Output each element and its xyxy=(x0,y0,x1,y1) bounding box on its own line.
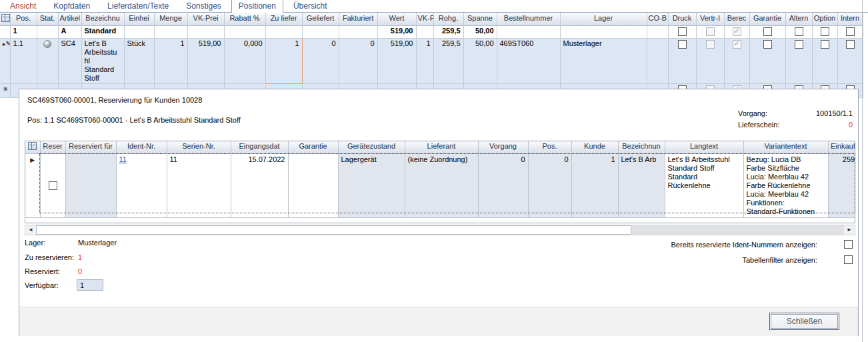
col-fakturiert[interactable]: Fakturiert xyxy=(339,13,377,26)
cell-einheit[interactable]: Stück xyxy=(124,39,154,84)
col-bezeichnung[interactable]: Bezeichnun xyxy=(618,141,665,153)
garantie-checkbox[interactable] xyxy=(763,27,772,36)
intern-checkbox[interactable] xyxy=(846,27,855,36)
intern-checkbox[interactable] xyxy=(846,40,855,49)
col-bezeichnung[interactable]: Bezeichnu xyxy=(81,13,124,26)
cell-lieferant[interactable]: (keine Zuordnung) xyxy=(405,153,478,217)
cell-stat[interactable] xyxy=(37,39,58,84)
col-reserviert-fuer[interactable]: Reserviert für xyxy=(65,141,116,153)
scroll-right-button[interactable]: ► xyxy=(844,225,855,235)
cell-vk-preis[interactable]: 519,00 xyxy=(187,39,224,84)
cell-rabatt[interactable]: 0,000 xyxy=(224,39,265,84)
col-stat[interactable]: Stat. xyxy=(37,13,58,26)
druck-checkbox[interactable] xyxy=(678,27,687,36)
col-vk-preis[interactable]: VK-Prei xyxy=(187,13,224,26)
cell-rohgewinn[interactable]: 259,5 xyxy=(433,26,463,39)
col-rabatt[interactable]: Rabatt % xyxy=(224,13,265,26)
verfuegbar-input[interactable] xyxy=(77,279,103,291)
reser-checkbox[interactable] xyxy=(49,181,57,190)
col-pos[interactable]: Pos. xyxy=(528,141,571,153)
cell-reserviert-fuer[interactable] xyxy=(65,153,116,217)
tab-ansicht[interactable]: Ansicht xyxy=(3,0,43,12)
col-garantie[interactable]: Garantie xyxy=(749,13,785,26)
cell-pos[interactable]: 1 xyxy=(10,26,37,39)
col-option[interactable]: Option xyxy=(812,13,837,26)
col-bestellnummer[interactable]: Bestellnummer xyxy=(497,13,560,26)
col-vertr-i[interactable]: Vertr-I xyxy=(696,13,724,26)
cell-wert[interactable]: 519,00 xyxy=(377,39,416,84)
cell-pos[interactable]: 1.1 xyxy=(10,39,37,84)
altern-checkbox[interactable] xyxy=(795,27,803,36)
cell-garantie[interactable] xyxy=(288,153,338,217)
vertr-i-checkbox[interactable] xyxy=(706,27,715,36)
col-garantie[interactable]: Garantie xyxy=(288,141,338,153)
col-spanne[interactable]: Spanne xyxy=(463,13,497,26)
cell-pos[interactable]: 0 xyxy=(528,153,571,217)
col-kunde[interactable]: Kunde xyxy=(571,141,618,153)
scrollbar-thumb[interactable] xyxy=(36,225,631,235)
cell-menge[interactable]: 1 xyxy=(154,39,187,84)
cell-zu-liefern-active[interactable]: 1 xyxy=(265,39,302,84)
reserved-idents-checkbox[interactable] xyxy=(844,240,853,249)
current-row-selector[interactable]: ▶ xyxy=(25,153,40,217)
close-button[interactable]: Schließen xyxy=(771,314,838,329)
col-einkaufspreis[interactable]: Einkaufspr xyxy=(828,141,855,153)
col-druck[interactable]: Druck xyxy=(668,13,696,26)
col-lieferant[interactable]: Lieferant xyxy=(405,141,478,153)
new-row-selector[interactable]: ✳ xyxy=(0,84,10,98)
scrollbar-track[interactable] xyxy=(631,225,844,235)
col-reser[interactable]: Reser xyxy=(40,141,65,153)
option-checkbox[interactable] xyxy=(821,27,829,36)
berec-checkbox[interactable] xyxy=(733,40,741,49)
cell-wert[interactable]: 519,00 xyxy=(377,26,416,39)
col-altern[interactable]: Altern xyxy=(785,13,812,26)
col-menge[interactable]: Menge xyxy=(154,13,187,26)
cell-bezeichnung[interactable]: Let's B Arb xyxy=(618,153,665,217)
col-intern[interactable]: Intern xyxy=(837,13,863,26)
col-vorgang[interactable]: Vorgang xyxy=(478,141,528,153)
cell-kunde[interactable]: 1 xyxy=(571,153,618,217)
cell-rohgewinn[interactable]: 259,5 xyxy=(433,39,463,84)
col-berec[interactable]: Berec xyxy=(724,13,749,26)
tab-uebersicht[interactable]: Übersicht xyxy=(286,0,335,12)
scroll-left-button[interactable]: ◄ xyxy=(25,225,36,235)
col-pos[interactable]: Pos. xyxy=(10,13,37,26)
cell-bezeichnung[interactable]: Standard xyxy=(81,26,124,39)
tab-sonstiges[interactable]: Sonstiges xyxy=(179,0,229,12)
col-ident-nr[interactable]: Ident-Nr. xyxy=(116,141,167,153)
cell-langtext[interactable]: Let's B Arbeitsstuhl Standard Stoff Stan… xyxy=(665,153,743,217)
table-filter-checkbox[interactable] xyxy=(844,255,853,264)
col-geraetezustand[interactable]: Gerätezustand xyxy=(338,141,405,153)
garantie-checkbox[interactable] xyxy=(763,40,772,49)
col-serien-nr[interactable]: Serien-Nr. xyxy=(167,141,231,153)
option-checkbox[interactable] xyxy=(821,40,829,49)
col-vk-p[interactable]: VK-P xyxy=(416,13,433,26)
cell-artikel[interactable]: A xyxy=(58,26,81,39)
row-selector[interactable] xyxy=(0,26,10,39)
cell-stat[interactable] xyxy=(37,26,58,39)
col-variantentext[interactable]: Variantentext xyxy=(743,141,828,153)
cell-geraetezustand[interactable]: Lagergerät xyxy=(338,153,405,217)
select-all-corner[interactable] xyxy=(0,13,10,26)
cell-bestellnummer[interactable]: 469ST060 xyxy=(497,39,560,84)
cell-eingangsdatum[interactable]: 15.07.2022 xyxy=(231,153,288,217)
cell-einkaufspreis[interactable]: 259,50 xyxy=(828,153,855,217)
vertr-i-checkbox[interactable] xyxy=(706,40,715,49)
col-co-b[interactable]: CO-B xyxy=(647,13,668,26)
tab-kopfdaten[interactable]: Kopfdaten xyxy=(46,0,97,12)
col-artikel[interactable]: Artikel xyxy=(58,13,81,26)
cell-spanne[interactable]: 50,00 xyxy=(463,39,497,84)
cell-fakturiert[interactable]: 0 xyxy=(339,39,377,84)
col-zu-liefern[interactable]: Zu liefer xyxy=(265,13,302,26)
cell-lager[interactable]: Musterlager xyxy=(560,39,647,84)
col-geliefert[interactable]: Geliefert xyxy=(302,13,339,26)
cell-variantentext[interactable]: Bezug: Lucia DB Farbe Sitzfläche Lucia: … xyxy=(743,153,828,217)
col-einheit[interactable]: Einhei xyxy=(124,13,154,26)
ident-nr-link[interactable]: 11 xyxy=(119,155,127,163)
cell-bezeichnung[interactable]: Let's B Arbeitsstuhl Standard Stoff xyxy=(81,39,124,84)
col-rohgewinn[interactable]: Rohg. xyxy=(433,13,463,26)
druck-checkbox[interactable] xyxy=(678,40,687,49)
cell-vk-p[interactable]: 1 xyxy=(416,39,433,84)
col-lager[interactable]: Lager xyxy=(560,13,647,26)
tab-lieferdaten-texte[interactable]: Lieferdaten/Texte xyxy=(100,0,176,12)
